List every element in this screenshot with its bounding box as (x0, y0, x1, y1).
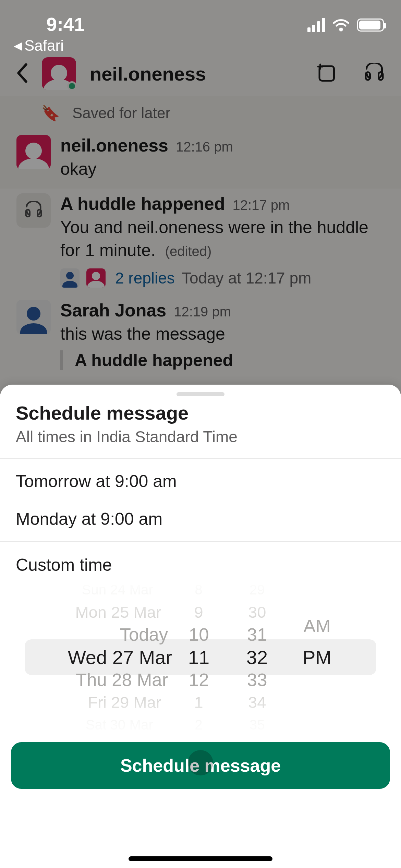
picker-minute-column[interactable]: 29 30 31 32 33 34 35 (223, 578, 291, 736)
custom-time-label: Custom time (0, 542, 401, 578)
datetime-picker[interactable]: Sun 24 Mar Mon 25 Mar Today Wed 27 Mar T… (0, 578, 401, 736)
home-indicator[interactable] (129, 856, 272, 861)
sheet-grabber[interactable] (177, 392, 224, 396)
schedule-message-sheet: Schedule message All times in India Stan… (0, 385, 401, 868)
quick-option-monday[interactable]: Monday at 9:00 am (16, 509, 385, 529)
sheet-subtitle: All times in India Standard Time (16, 427, 385, 446)
picker-date-column[interactable]: Sun 24 Mar Mon 25 Mar Today Wed 27 Mar T… (34, 578, 175, 736)
sheet-title: Schedule message (16, 402, 385, 424)
quick-option-tomorrow[interactable]: Tomorrow at 9:00 am (16, 471, 385, 491)
touch-indicator (188, 750, 213, 775)
picker-hour-column[interactable]: 8 9 10 11 12 1 2 (175, 578, 223, 736)
schedule-message-button[interactable]: Schedule message (11, 742, 390, 789)
picker-ampm-column[interactable]: AM PM . (291, 578, 343, 736)
